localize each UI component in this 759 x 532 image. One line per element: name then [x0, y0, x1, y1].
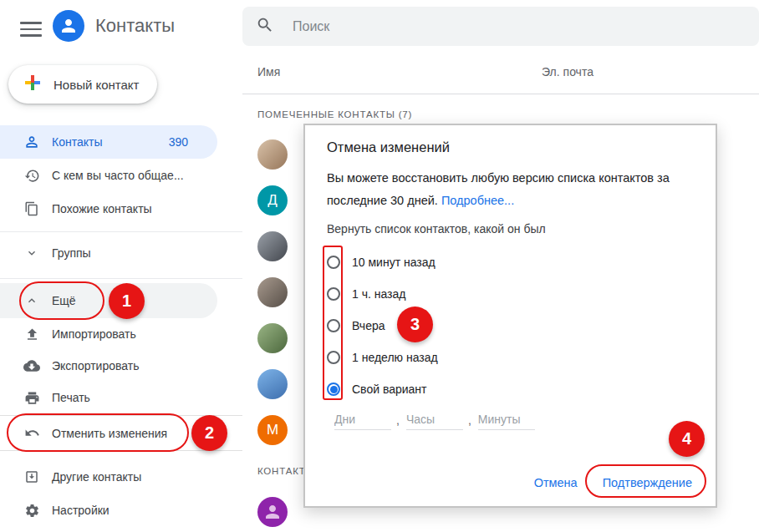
contact-avatar[interactable]	[257, 139, 288, 170]
undo-changes-dialog: Отмена изменений Вы можете восстановить …	[303, 124, 717, 508]
days-input[interactable]	[334, 411, 391, 430]
sidebar-item-label: Ещё	[52, 294, 76, 307]
upload-icon	[23, 326, 40, 342]
radio-label: 1 неделю назад	[352, 351, 438, 364]
radio-option-1-week[interactable]: 1 неделю назад	[327, 349, 438, 366]
radio-icon[interactable]	[327, 351, 340, 364]
contact-avatar[interactable]	[257, 277, 288, 307]
search-placeholder: Поиск	[293, 19, 329, 34]
avatar-letter: М	[267, 422, 278, 438]
column-header-name[interactable]: Имя	[257, 65, 280, 79]
comma-separator: ,	[468, 413, 471, 427]
sidebar-item-frequent[interactable]: С кем вы часто общае...	[0, 159, 217, 192]
radio-icon[interactable]	[327, 319, 340, 332]
contacts-logo-icon[interactable]	[53, 10, 84, 42]
archive-box-icon	[23, 469, 40, 485]
sidebar-item-import[interactable]: Импортировать	[0, 318, 217, 350]
contact-avatar[interactable]	[257, 497, 288, 527]
radio-icon[interactable]	[327, 287, 340, 301]
dialog-actions: Отмена Подтверждение	[534, 476, 692, 489]
sidebar-item-label: Другие контакты	[52, 470, 141, 484]
radio-option-1-hour[interactable]: 1 ч. назад	[327, 286, 405, 302]
confirm-button[interactable]: Подтверждение	[603, 476, 692, 489]
dialog-subtitle: Вернуть список контактов, какой он был	[327, 222, 546, 236]
radio-icon[interactable]	[327, 256, 340, 269]
hours-input[interactable]	[406, 411, 463, 430]
column-header-email[interactable]: Эл. почта	[542, 65, 593, 79]
radio-selected-icon[interactable]	[327, 383, 340, 396]
sidebar-item-settings[interactable]: Настройки	[0, 494, 217, 527]
table-divider	[242, 94, 759, 94]
annotation-badge-2: 2	[191, 415, 227, 451]
sidebar-item-label: Отменить изменения	[52, 427, 167, 440]
dialog-title: Отмена изменений	[327, 139, 450, 155]
gear-icon	[23, 502, 40, 519]
search-input[interactable]: Поиск	[242, 7, 759, 46]
sidebar-item-label: Экспортировать	[52, 359, 139, 372]
chevron-up-icon	[23, 292, 40, 309]
sidebar-item-label: Печать	[52, 391, 90, 404]
undo-icon	[23, 425, 40, 442]
sidebar-item-label: Группы	[52, 246, 91, 260]
contact-avatar[interactable]	[257, 369, 288, 399]
sidebar-item-label: Импортировать	[52, 327, 136, 341]
person-silhouette-icon	[262, 502, 283, 522]
dialog-body-text: Вы можете восстановить любую версию спис…	[327, 167, 690, 212]
radio-label: Вчера	[352, 319, 385, 332]
sidebar-item-duplicates[interactable]: Похожие контакты	[0, 192, 217, 225]
google-plus-icon	[23, 73, 42, 95]
contact-avatar[interactable]	[257, 231, 288, 261]
contacts-count: 390	[169, 135, 188, 149]
starred-contacts-section-label: ПОМЕЧЕННЫЕ КОНТАКТЫ (7)	[257, 109, 412, 119]
person-icon	[23, 134, 40, 150]
annotation-badge-4: 4	[669, 421, 705, 457]
sidebar-divider	[0, 278, 242, 279]
sidebar-item-other-contacts[interactable]: Другие контакты	[0, 460, 217, 494]
radio-label: 10 минут назад	[352, 256, 436, 269]
history-icon	[23, 167, 40, 184]
radio-label: 1 ч. назад	[352, 287, 405, 301]
radio-option-10-minutes[interactable]: 10 минут назад	[327, 254, 436, 271]
radio-option-yesterday[interactable]: Вчера	[327, 317, 385, 334]
google-contacts-app: Контакты Поиск Новый контакт Контакты 39…	[0, 0, 759, 532]
sidebar-item-label: Похожие контакты	[52, 202, 152, 215]
new-contact-label: Новый контакт	[53, 78, 139, 92]
radio-option-custom[interactable]: Свой вариант	[327, 381, 427, 398]
sidebar-item-export[interactable]: Экспортировать	[0, 350, 217, 382]
cloud-download-icon	[23, 357, 40, 374]
sidebar-item-groups[interactable]: Группы	[0, 236, 217, 270]
sidebar-item-print[interactable]: Печать	[0, 382, 217, 413]
annotation-badge-3: 3	[397, 307, 433, 342]
contact-avatar[interactable]: Д	[257, 185, 288, 215]
contact-avatar[interactable]	[257, 323, 288, 353]
sidebar-item-label: С кем вы часто общае...	[52, 169, 184, 182]
comma-separator: ,	[396, 413, 400, 427]
radio-label: Свой вариант	[352, 383, 427, 396]
minutes-input[interactable]	[478, 411, 535, 430]
learn-more-link[interactable]: Подробнее...	[441, 194, 514, 207]
hamburger-menu-icon[interactable]	[20, 18, 42, 34]
sidebar-item-label: Настройки	[52, 504, 110, 517]
sidebar-divider	[0, 231, 242, 232]
app-title: Контакты	[95, 15, 175, 37]
sidebar-item-label: Контакты	[52, 135, 102, 149]
copy-icon	[23, 200, 40, 217]
search-icon	[256, 16, 274, 38]
printer-icon	[23, 389, 40, 406]
chevron-down-icon	[23, 245, 40, 261]
avatar-letter: Д	[267, 192, 278, 209]
sidebar-item-contacts[interactable]: Контакты 390	[0, 125, 217, 159]
new-contact-button[interactable]: Новый контакт	[8, 65, 157, 104]
contact-avatar[interactable]: М	[257, 415, 288, 445]
annotation-badge-1: 1	[109, 283, 145, 319]
cancel-button[interactable]: Отмена	[534, 476, 578, 489]
custom-time-inputs: , ,	[334, 411, 535, 430]
